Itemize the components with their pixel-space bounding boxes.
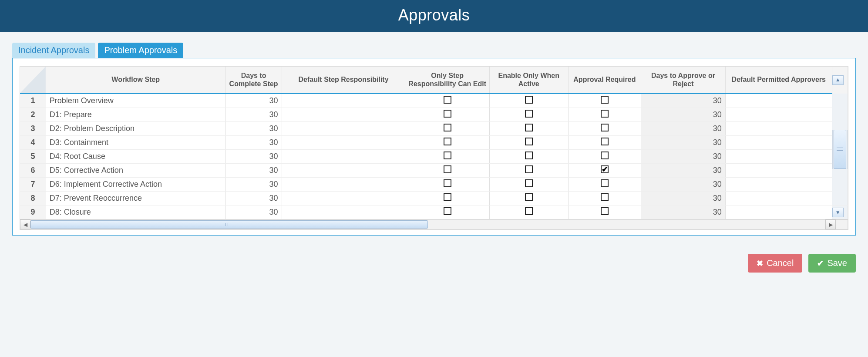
cell-workflow-step[interactable]: D5: Corrective Action	[46, 164, 225, 178]
cell-days-approve[interactable]: 30	[641, 108, 726, 122]
cell-default-resp[interactable]	[282, 178, 405, 192]
table-row[interactable]: 5D4: Root Cause3030	[20, 150, 848, 164]
checkbox-only-resp-edit[interactable]	[444, 96, 451, 104]
col-only-resp-edit[interactable]: Only Step Responsibility Can Edit	[405, 67, 490, 94]
cell-default-resp[interactable]	[282, 164, 405, 178]
cell-days-complete[interactable]: 30	[225, 178, 282, 192]
checkbox-enable-active[interactable]	[525, 110, 533, 118]
checkbox-approval-required[interactable]	[601, 124, 609, 131]
checkbox-only-resp-edit[interactable]	[444, 152, 451, 159]
cancel-button[interactable]: ✖ Cancel	[748, 254, 802, 273]
cell-days-approve[interactable]: 30	[641, 178, 726, 192]
cell-days-approve[interactable]: 30	[641, 192, 726, 205]
col-default-resp[interactable]: Default Step Responsibility	[282, 67, 405, 94]
checkbox-enable-active[interactable]	[525, 124, 533, 131]
cell-workflow-step[interactable]: D2: Problem Description	[46, 122, 225, 136]
col-enable-active[interactable]: Enable Only When Active	[489, 67, 568, 94]
scroll-up-button[interactable]: ▲	[832, 75, 844, 85]
table-row[interactable]: 9D8: Closure3030▼	[20, 205, 848, 219]
cell-workflow-step[interactable]: D8: Closure	[46, 205, 225, 219]
checkbox-approval-required[interactable]	[601, 152, 609, 159]
table-row[interactable]: 4D3: Containment3030	[20, 136, 848, 150]
cell-permitted-approvers[interactable]	[725, 150, 832, 164]
cell-default-resp[interactable]	[282, 192, 405, 205]
cell-workflow-step[interactable]: Problem Overview	[46, 94, 225, 108]
col-approval-required[interactable]: Approval Required	[568, 67, 641, 94]
scroll-right-button[interactable]: ▶	[825, 219, 836, 229]
cell-days-approve[interactable]: 30	[641, 164, 726, 178]
table-row[interactable]: 8D7: Prevent Reoccurrence3030	[20, 192, 848, 205]
cell-default-resp[interactable]	[282, 108, 405, 122]
checkbox-enable-active[interactable]	[525, 179, 533, 187]
vscroll-track[interactable]	[832, 130, 848, 169]
checkbox-only-resp-edit[interactable]	[444, 179, 451, 187]
cell-default-resp[interactable]	[282, 150, 405, 164]
checkbox-enable-active[interactable]	[525, 152, 533, 159]
checkbox-approval-required[interactable]	[601, 179, 609, 187]
checkbox-approval-required[interactable]	[601, 193, 609, 201]
checkbox-only-resp-edit[interactable]	[444, 138, 451, 145]
cell-permitted-approvers[interactable]	[725, 164, 832, 178]
cell-days-complete[interactable]: 30	[225, 150, 282, 164]
cell-permitted-approvers[interactable]	[725, 108, 832, 122]
cell-days-complete[interactable]: 30	[225, 94, 282, 108]
checkbox-enable-active[interactable]	[525, 207, 533, 215]
scroll-left-button[interactable]: ◀	[20, 219, 30, 229]
vscroll-thumb[interactable]	[834, 130, 846, 169]
table-row[interactable]: 2D1: Prepare3030	[20, 108, 848, 122]
cell-days-approve[interactable]: 30	[641, 205, 726, 219]
table-row[interactable]: 7D6: Implement Corrective Action3030	[20, 178, 848, 192]
cell-permitted-approvers[interactable]	[725, 136, 832, 150]
checkbox-enable-active[interactable]	[525, 165, 533, 173]
cell-days-approve[interactable]: 30	[641, 150, 726, 164]
cell-permitted-approvers[interactable]	[725, 192, 832, 205]
cell-default-resp[interactable]	[282, 205, 405, 219]
cell-days-complete[interactable]: 30	[225, 205, 282, 219]
cell-days-approve[interactable]: 30	[641, 94, 726, 108]
cell-default-resp[interactable]	[282, 122, 405, 136]
save-button[interactable]: ✔ Save	[808, 254, 856, 273]
col-permitted-approvers[interactable]: Default Permitted Approvers	[725, 67, 832, 94]
tab-problem-approvals[interactable]: Problem Approvals	[98, 43, 183, 58]
cell-permitted-approvers[interactable]	[725, 178, 832, 192]
checkbox-only-resp-edit[interactable]	[444, 193, 451, 201]
cell-workflow-step[interactable]: D1: Prepare	[46, 108, 225, 122]
hscroll-thumb[interactable]	[30, 220, 428, 229]
cell-workflow-step[interactable]: D7: Prevent Reoccurrence	[46, 192, 225, 205]
cell-days-complete[interactable]: 30	[225, 192, 282, 205]
cell-default-resp[interactable]	[282, 136, 405, 150]
checkbox-only-resp-edit[interactable]	[444, 110, 451, 118]
col-workflow-step[interactable]: Workflow Step	[46, 67, 225, 94]
cell-permitted-approvers[interactable]	[725, 122, 832, 136]
table-row[interactable]: 1Problem Overview3030	[20, 94, 848, 108]
tab-incident-approvals[interactable]: Incident Approvals	[12, 43, 95, 58]
cell-permitted-approvers[interactable]	[725, 94, 832, 108]
checkbox-enable-active[interactable]	[525, 193, 533, 201]
table-row[interactable]: 6D5: Corrective Action3030	[20, 164, 848, 178]
checkbox-approval-required[interactable]	[601, 110, 609, 118]
checkbox-only-resp-edit[interactable]	[444, 165, 451, 173]
col-days-complete[interactable]: Days to Complete Step	[225, 67, 282, 94]
checkbox-enable-active[interactable]	[525, 138, 533, 145]
scroll-down-button[interactable]: ▼	[832, 208, 844, 217]
checkbox-only-resp-edit[interactable]	[444, 124, 451, 131]
col-days-approve[interactable]: Days to Approve or Reject	[641, 67, 726, 94]
cell-days-approve[interactable]: 30	[641, 136, 726, 150]
checkbox-enable-active[interactable]	[525, 96, 533, 104]
cell-workflow-step[interactable]: D3: Containment	[46, 136, 225, 150]
hscroll-track[interactable]	[30, 219, 825, 229]
cell-days-complete[interactable]: 30	[225, 122, 282, 136]
cell-default-resp[interactable]	[282, 94, 405, 108]
table-row[interactable]: 3D2: Problem Description3030	[20, 122, 848, 136]
checkbox-approval-required[interactable]	[601, 138, 609, 145]
cell-days-complete[interactable]: 30	[225, 108, 282, 122]
cell-workflow-step[interactable]: D4: Root Cause	[46, 150, 225, 164]
checkbox-approval-required[interactable]	[601, 207, 609, 215]
cell-days-complete[interactable]: 30	[225, 164, 282, 178]
checkbox-only-resp-edit[interactable]	[444, 207, 451, 215]
cell-workflow-step[interactable]: D6: Implement Corrective Action	[46, 178, 225, 192]
cell-days-approve[interactable]: 30	[641, 122, 726, 136]
cell-days-complete[interactable]: 30	[225, 136, 282, 150]
checkbox-approval-required[interactable]	[601, 165, 609, 173]
checkbox-approval-required[interactable]	[601, 96, 609, 104]
